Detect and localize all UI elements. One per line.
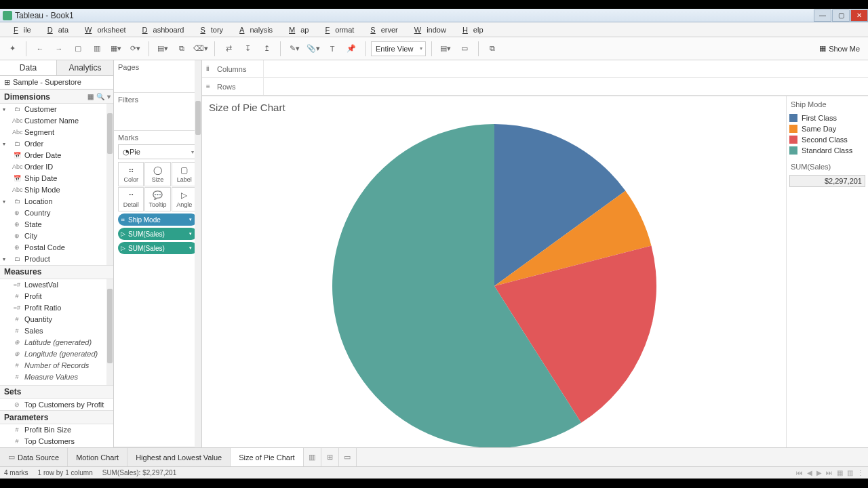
dim-group-location[interactable]: ▾🗀Location (0, 196, 113, 207)
duplicate-button[interactable]: ⧉ (174, 41, 190, 57)
mark-detail[interactable]: ⠒Detail (118, 187, 144, 211)
dim-group-product[interactable]: ▾🗀Product (0, 253, 113, 265)
sheet-tab[interactable]: Motion Chart (68, 448, 127, 466)
new-datasource-button[interactable]: ▥ (89, 41, 105, 57)
dim-field[interactable]: AbcOrder ID (0, 161, 113, 173)
dim-group-customer[interactable]: ▾🗀Customer (0, 104, 113, 115)
pill-sum-sales-[interactable]: ▷SUM(Sales)▾ (118, 228, 197, 240)
mark-color[interactable]: ⠶Color (118, 162, 144, 186)
fit-select[interactable]: Entire View (371, 41, 426, 56)
menu-format[interactable]: Format (315, 26, 360, 34)
save-button[interactable]: ▢ (70, 41, 86, 57)
refresh-button[interactable]: ⟳▾ (127, 41, 143, 57)
rows-shelf[interactable]: Rows (202, 78, 868, 96)
chart-area[interactable]: Size of Pie Chart (202, 96, 787, 447)
menu-story[interactable]: Story (189, 26, 229, 34)
close-button[interactable]: ✕ (850, 9, 868, 22)
columns-shelf[interactable]: Columns (202, 60, 868, 78)
swap-button[interactable]: ⇄ (220, 41, 237, 57)
clear-button[interactable]: ⌫▾ (193, 41, 209, 57)
dim-field[interactable]: 📅Ship Date (0, 173, 113, 184)
dim-field[interactable]: ⊕Country (0, 207, 113, 219)
mark-size[interactable]: ◯Size (144, 162, 170, 186)
menu-file[interactable]: File (3, 26, 37, 34)
pages-shelf[interactable]: Pages (118, 63, 197, 71)
tab-datasource[interactable]: ▭ Data Source (0, 448, 68, 466)
param-field[interactable]: #Top Customers (0, 436, 113, 447)
sort-asc-button[interactable]: ↧ (239, 41, 256, 57)
scrollbar[interactable] (195, 60, 201, 447)
tab-analytics[interactable]: Analytics (56, 60, 113, 75)
scrollbar[interactable] (106, 104, 113, 265)
pill-sum-sales-[interactable]: ▷SUM(Sales)▾ (118, 242, 197, 254)
pie-chart[interactable] (332, 124, 656, 447)
nav-prev-icon[interactable]: ◀ (807, 469, 812, 476)
filmstrip-icon[interactable]: ▦ (837, 469, 843, 476)
nav-last-icon[interactable]: ⏭ (826, 469, 833, 476)
measure-field[interactable]: #Measure Values (0, 371, 113, 383)
sort-desc-button[interactable]: ↥ (258, 41, 275, 57)
dim-field[interactable]: ⊕State (0, 219, 113, 230)
view-icon[interactable]: ▦ (87, 93, 94, 100)
legend-item[interactable]: Same Day (789, 123, 865, 134)
presentation-button[interactable]: ▭ (456, 41, 473, 57)
set-field[interactable]: ⊘Top Customers by Profit (0, 399, 113, 410)
legend-item[interactable]: First Class (789, 113, 865, 123)
menu-server[interactable]: Server (359, 26, 403, 34)
menu-dashboard[interactable]: Dashboard (132, 26, 190, 34)
dim-group-order[interactable]: ▾🗀Order (0, 138, 113, 150)
measure-field[interactable]: #Number of Records (0, 360, 113, 371)
mark-type-select[interactable]: ◔ Pie (118, 144, 197, 159)
menu-map[interactable]: Map (278, 26, 314, 34)
mark-label[interactable]: ▢Label (172, 162, 197, 186)
new-worksheet-button[interactable]: ▤▾ (155, 41, 171, 57)
chart-title[interactable]: Size of Pie Chart (209, 102, 779, 113)
mark-tooltip[interactable]: 💬Tooltip (144, 187, 170, 211)
sheet-tab[interactable]: Highest and Lowest Value (127, 448, 231, 466)
filters-shelf[interactable]: Filters (118, 96, 197, 104)
mark-angle[interactable]: ▷Angle (172, 187, 197, 211)
dim-field[interactable]: 📅Order Date (0, 150, 113, 161)
dim-field[interactable]: AbcSegment (0, 127, 113, 138)
measure-field[interactable]: ⊕Longitude (generated) (0, 348, 113, 360)
tab-data[interactable]: Data (0, 60, 56, 75)
menu-icon[interactable]: ▾ (107, 93, 111, 100)
menu-window[interactable]: Window (403, 26, 452, 34)
datasource-row[interactable]: ⊞ Sample - Superstore (0, 76, 113, 90)
pin-button[interactable]: 📌 (343, 41, 359, 57)
menu-data[interactable]: Data (37, 26, 74, 34)
share-button[interactable]: ⧉ (484, 41, 500, 57)
sort-view-icon[interactable]: ⋮ (857, 469, 864, 476)
minimize-button[interactable]: — (814, 9, 831, 22)
new-dashboard-button[interactable]: ⊞ (321, 448, 339, 466)
maximize-button[interactable]: ▢ (832, 9, 850, 22)
tabs-icon[interactable]: ▥ (847, 469, 853, 476)
measure-field[interactable]: #Sales (0, 325, 113, 337)
group-button[interactable]: 📎▾ (305, 41, 321, 57)
pill-ship-mode[interactable]: ⠶Ship Mode▾ (118, 214, 197, 226)
measure-field[interactable]: ⊕Latitude (generated) (0, 337, 113, 348)
menu-worksheet[interactable]: Worksheet (74, 26, 132, 34)
scrollbar[interactable] (106, 279, 113, 385)
labels-button[interactable]: T (324, 41, 340, 57)
new-story-button[interactable]: ▭ (339, 448, 357, 466)
sheet-tab[interactable]: Size of Pie Chart (231, 448, 304, 466)
search-icon[interactable]: 🔍 (96, 93, 104, 100)
dim-field[interactable]: AbcShip Mode (0, 184, 113, 196)
legend-item[interactable]: Standard Class (789, 145, 865, 156)
cards-button[interactable]: ▤▾ (437, 41, 454, 57)
measure-field[interactable]: #Profit (0, 291, 113, 302)
autosave-button[interactable]: ▦▾ (108, 41, 124, 57)
legend-item[interactable]: Second Class (789, 134, 865, 145)
measure-field[interactable]: =#Profit Ratio (0, 302, 113, 314)
highlight-button[interactable]: ✎▾ (286, 41, 302, 57)
tableau-icon[interactable]: ✦ (4, 41, 20, 57)
dim-field[interactable]: ⊕Postal Code (0, 242, 113, 253)
param-field[interactable]: #Profit Bin Size (0, 424, 113, 436)
measure-field[interactable]: #Quantity (0, 314, 113, 325)
forward-button[interactable]: → (51, 41, 67, 57)
menu-analysis[interactable]: Analysis (229, 26, 278, 34)
showme-button[interactable]: ▦ Show Me (815, 44, 864, 53)
dim-field[interactable]: ⊕City (0, 230, 113, 242)
nav-first-icon[interactable]: ⏮ (796, 469, 803, 476)
